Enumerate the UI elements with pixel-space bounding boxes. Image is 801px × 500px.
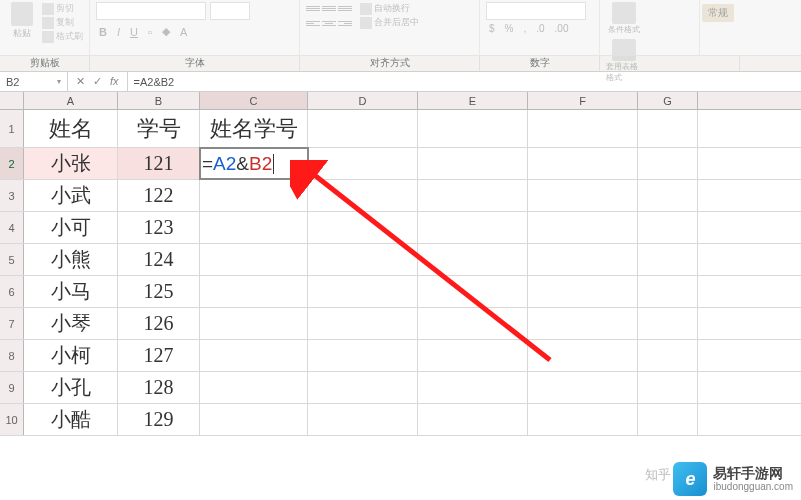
- cell[interactable]: 小马: [24, 276, 118, 307]
- cell[interactable]: [308, 308, 418, 339]
- row-header[interactable]: 8: [0, 340, 24, 371]
- formula-input[interactable]: =A2&B2: [127, 72, 181, 91]
- cell[interactable]: [200, 404, 308, 435]
- cell[interactable]: [200, 244, 308, 275]
- align-center-button[interactable]: [322, 17, 336, 29]
- cell[interactable]: 126: [118, 308, 200, 339]
- decrease-decimal-button[interactable]: .00: [552, 22, 572, 35]
- fx-button[interactable]: fx: [110, 75, 119, 88]
- format-painter-button[interactable]: 格式刷: [42, 30, 83, 43]
- col-header-a[interactable]: A: [24, 92, 118, 109]
- col-header-b[interactable]: B: [118, 92, 200, 109]
- cell[interactable]: [528, 110, 638, 147]
- cell[interactable]: [418, 340, 528, 371]
- comma-button[interactable]: ,: [520, 22, 529, 35]
- cell[interactable]: 128: [118, 372, 200, 403]
- cell[interactable]: 小琴: [24, 308, 118, 339]
- align-middle-button[interactable]: [322, 2, 336, 14]
- align-left-button[interactable]: [306, 17, 320, 29]
- font-family-combo[interactable]: [96, 2, 206, 20]
- currency-button[interactable]: $: [486, 22, 498, 35]
- number-format-combo[interactable]: [486, 2, 586, 20]
- cell[interactable]: [308, 110, 418, 147]
- percent-button[interactable]: %: [502, 22, 517, 35]
- name-box[interactable]: B2▾: [0, 72, 68, 91]
- copy-button[interactable]: 复制: [42, 16, 83, 29]
- cell[interactable]: [638, 148, 698, 179]
- cancel-formula-button[interactable]: ✕: [76, 75, 85, 88]
- cell-b2[interactable]: 121: [118, 148, 200, 179]
- cell[interactable]: [418, 212, 528, 243]
- cell[interactable]: [418, 276, 528, 307]
- cell[interactable]: [528, 212, 638, 243]
- merge-center-button[interactable]: 合并后居中: [360, 16, 419, 29]
- col-header-f[interactable]: F: [528, 92, 638, 109]
- cell[interactable]: 小可: [24, 212, 118, 243]
- cell[interactable]: 小酷: [24, 404, 118, 435]
- cell[interactable]: 小武: [24, 180, 118, 211]
- row-header[interactable]: 4: [0, 212, 24, 243]
- cell[interactable]: [200, 372, 308, 403]
- cell[interactable]: 122: [118, 180, 200, 211]
- table-format-button[interactable]: 套用表格格式: [606, 39, 642, 83]
- conditional-format-button[interactable]: 条件格式: [606, 2, 642, 35]
- cell[interactable]: [528, 180, 638, 211]
- cell[interactable]: [638, 212, 698, 243]
- cell[interactable]: [418, 372, 528, 403]
- cell[interactable]: [308, 180, 418, 211]
- cell[interactable]: 125: [118, 276, 200, 307]
- cell[interactable]: [528, 404, 638, 435]
- cell[interactable]: [638, 340, 698, 371]
- font-color-button[interactable]: A: [177, 25, 190, 39]
- row-header[interactable]: 3: [0, 180, 24, 211]
- cell[interactable]: [418, 404, 528, 435]
- cell[interactable]: [528, 148, 638, 179]
- cell[interactable]: [638, 244, 698, 275]
- cell[interactable]: [200, 180, 308, 211]
- row-header[interactable]: 7: [0, 308, 24, 339]
- enter-formula-button[interactable]: ✓: [93, 75, 102, 88]
- align-right-button[interactable]: [338, 17, 352, 29]
- cell-a2[interactable]: 小张: [24, 148, 118, 179]
- wrap-text-button[interactable]: 自动换行: [360, 2, 419, 15]
- cell[interactable]: [200, 308, 308, 339]
- cell[interactable]: 小孔: [24, 372, 118, 403]
- select-all-corner[interactable]: [0, 92, 24, 109]
- row-header[interactable]: 10: [0, 404, 24, 435]
- cell[interactable]: [308, 212, 418, 243]
- cell[interactable]: [418, 308, 528, 339]
- cell[interactable]: [638, 110, 698, 147]
- row-header[interactable]: 1: [0, 110, 24, 147]
- cell[interactable]: [418, 148, 528, 179]
- row-header[interactable]: 5: [0, 244, 24, 275]
- cell[interactable]: [200, 340, 308, 371]
- cell[interactable]: [528, 244, 638, 275]
- paste-button[interactable]: 粘贴: [6, 2, 38, 40]
- cell[interactable]: [528, 276, 638, 307]
- border-button[interactable]: ▫: [145, 25, 155, 39]
- cell[interactable]: 小熊: [24, 244, 118, 275]
- cell-c1[interactable]: 姓名学号: [200, 110, 308, 147]
- cell[interactable]: 127: [118, 340, 200, 371]
- align-bottom-button[interactable]: [338, 2, 352, 14]
- fill-color-button[interactable]: ◆: [159, 24, 173, 39]
- bold-button[interactable]: B: [96, 25, 110, 39]
- cell[interactable]: [308, 404, 418, 435]
- font-size-combo[interactable]: [210, 2, 250, 20]
- cell[interactable]: [418, 180, 528, 211]
- cell[interactable]: [638, 404, 698, 435]
- row-header[interactable]: 9: [0, 372, 24, 403]
- cell[interactable]: [638, 180, 698, 211]
- row-header[interactable]: 6: [0, 276, 24, 307]
- cell[interactable]: [308, 340, 418, 371]
- col-header-e[interactable]: E: [418, 92, 528, 109]
- cell[interactable]: [418, 110, 528, 147]
- cell[interactable]: [308, 276, 418, 307]
- col-header-c[interactable]: C: [200, 92, 308, 109]
- cut-button[interactable]: 剪切: [42, 2, 83, 15]
- cell[interactable]: [308, 372, 418, 403]
- col-header-g[interactable]: G: [638, 92, 698, 109]
- normal-style-button[interactable]: 常规: [702, 4, 734, 22]
- row-header[interactable]: 2: [0, 148, 24, 179]
- cell-a1[interactable]: 姓名: [24, 110, 118, 147]
